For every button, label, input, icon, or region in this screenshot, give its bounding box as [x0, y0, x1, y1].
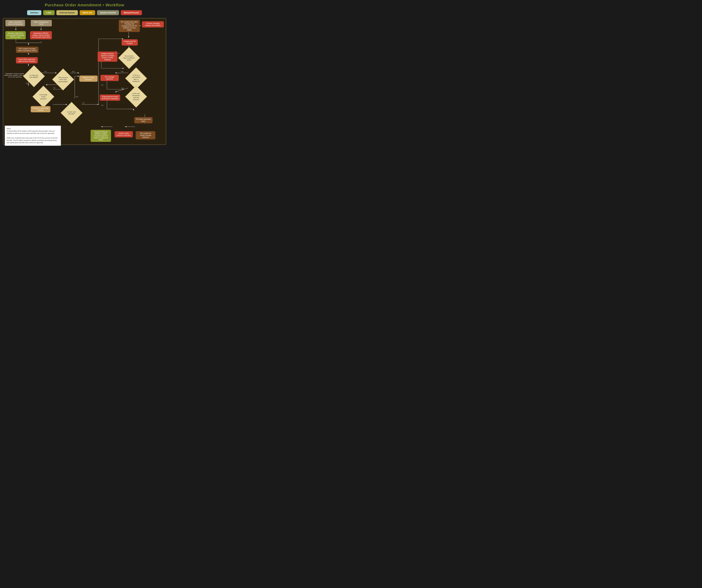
- workflow-area: NO YES YES NO YES NO YES NO YES: [3, 18, 166, 145]
- fiscal-box: Fiscal officer approves; adds account nu…: [16, 57, 38, 64]
- routes-commodity-box: Routes to commodity reviewer: [31, 106, 50, 112]
- svg-text:YES: YES: [121, 71, 124, 72]
- vendor-sends-box: Vendor sends invoice or eInvoice: [115, 131, 133, 137]
- po-open-node: PO status becomes Open: [134, 117, 152, 123]
- separation-text: Separation of duty reviewer added when i…: [4, 73, 26, 78]
- diamond-5k-label: Is order less than $5000?: [28, 74, 40, 79]
- diamond-authority-label: Is PO over transaction authority amount?: [130, 92, 142, 101]
- vendor-sends-node: Vendor sends invoice or eInvoice: [115, 131, 133, 137]
- trigger-unordered: When Unordered Items are Received: [5, 20, 25, 26]
- unapproved-po-node: Unapproved PO created: [122, 39, 138, 45]
- po-pending-box: PO created with status Pending CM Assign…: [119, 20, 140, 32]
- diamond-10k-shape: Is order over $10,000?: [61, 102, 83, 124]
- file-created-node: File created for vendor through SciQuest: [136, 131, 155, 139]
- notes-section: Notes: If a fiscal officer (FO) creates …: [5, 126, 61, 146]
- legend-external: External System: [56, 10, 78, 15]
- diamond-funds: Do accounts have insufficient funds?: [121, 50, 137, 66]
- diamond-5k: Is order less than $5000?: [26, 69, 42, 84]
- kfs-node: KFS creates Purchase Order Amendment (PO…: [16, 47, 38, 53]
- org-review-node: Organizational review (transaction autho…: [100, 95, 120, 101]
- routes-commodity-node: Routes to commodity reviewer: [31, 106, 50, 112]
- budget-reviewer-node: Budget reviewer approves (budget review …: [98, 51, 117, 62]
- diamond-10k-label: Is order over $10,000?: [65, 110, 78, 116]
- svg-text:YES: YES: [121, 88, 124, 89]
- diamond-nonresident-label: Is PO to a nonresident alien or employee…: [130, 74, 142, 83]
- svg-text:NO: NO: [101, 84, 103, 86]
- receiver-box: Receiver adds items to Line-Item Receivi…: [5, 31, 26, 39]
- svg-text:NO: NO: [53, 87, 55, 89]
- svg-line-44: [115, 88, 128, 92]
- diamond-cg-shape: Does account have C&G responsibility?: [52, 69, 74, 91]
- unapproved-po-box: Unapproved PO created: [122, 39, 138, 45]
- diamond-commodity-label: Commodity review required?: [37, 93, 50, 101]
- contract-manager-node: Contract manager assigns and submits: [142, 21, 164, 27]
- notes-text: Notes: If a fiscal officer (FO) creates …: [7, 127, 59, 144]
- page-title: Purchase Order Amendment • Workflow: [3, 3, 166, 7]
- legend-manual: Manual Process: [121, 10, 142, 15]
- legend-interface: Interface: [27, 10, 41, 15]
- svg-text:YES: YES: [75, 96, 78, 98]
- kfs-box: KFS creates Purchase Order Amendment (PO…: [16, 47, 38, 53]
- trigger-changing-box: When Changing an Order: [31, 20, 52, 26]
- svg-text:NO: NO: [83, 102, 85, 104]
- legend-system: System Function: [97, 10, 119, 15]
- trigger-unordered-box: When Unordered Items are Received: [5, 20, 25, 26]
- diamond-10k: Is order over $10,000?: [64, 105, 79, 121]
- tax-manager-box: Tax manager approves: [100, 75, 119, 81]
- routes-cg-box: Routes to C&G processor: [79, 76, 98, 82]
- org-review-box: Organizational review (transaction autho…: [100, 95, 120, 101]
- svg-text:NO: NO: [44, 71, 46, 72]
- diamond-commodity: Commodity review required?: [36, 89, 51, 104]
- file-created-box: File created for vendor through SciQuest: [136, 131, 155, 139]
- diamond-cg-label: Does account have C&G responsibility?: [57, 76, 70, 83]
- svg-text:NO: NO: [101, 105, 103, 106]
- trigger-changing: When Changing an Order: [31, 20, 52, 26]
- diamond-funds-label: Do accounts have insufficient funds?: [123, 54, 135, 62]
- diamond-commodity-shape: Commodity review required?: [32, 86, 54, 108]
- receiver-node: Receiver adds items to Line-Item Receivi…: [5, 31, 26, 39]
- po-pending-node: PO created with status Pending CM Assign…: [119, 20, 140, 32]
- requisition-box: Requisition (REQS) initiator selects Ame…: [30, 31, 52, 39]
- diamond-authority-shape: Is PO over transaction authority amount?: [125, 86, 147, 108]
- legend: Interface e-doc External System Batch Jo…: [3, 10, 166, 15]
- payment-request-node: Payment Request (PREQ) created (requires…: [91, 130, 111, 142]
- diamond-nonresident: Is PO to a nonresident alien or employee…: [128, 71, 144, 86]
- fiscal-node: Fiscal officer approves; adds account nu…: [16, 57, 38, 64]
- tax-manager-node: Tax manager approves: [100, 75, 119, 81]
- diamond-cg: Does account have C&G responsibility?: [55, 72, 71, 87]
- diamond-authority: Is PO over transaction authority amount?: [128, 89, 144, 104]
- diamond-5k-shape: Is order less than $5000?: [23, 65, 45, 87]
- legend-edoc: e-doc: [43, 10, 54, 15]
- notes-box: Notes: If a fiscal officer (FO) creates …: [5, 126, 61, 146]
- po-open-box: PO status becomes Open: [134, 117, 152, 123]
- requisition-node: Requisition (REQS) initiator selects Ame…: [30, 31, 52, 39]
- legend-batch: Batch Job: [80, 10, 95, 15]
- routes-cg-node: Routes to C&G processor: [79, 76, 98, 82]
- separation-note: Separation of duty reviewer added when i…: [4, 73, 26, 78]
- contract-manager-box: Contract manager assigns and submits: [142, 21, 164, 27]
- svg-text:YES: YES: [72, 71, 75, 72]
- budget-reviewer-box: Budget reviewer approves (budget review …: [98, 51, 117, 62]
- diamond-funds-shape: Do accounts have insufficient funds?: [118, 47, 140, 69]
- payment-request-box: Payment Request (PREQ) created (requires…: [91, 130, 111, 142]
